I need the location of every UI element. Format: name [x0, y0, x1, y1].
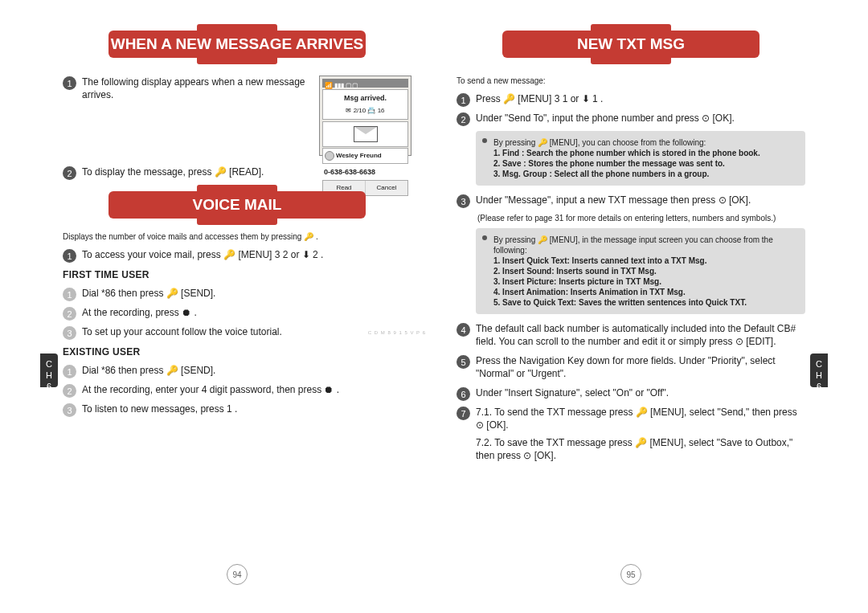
step-text: Dial *86 then press 🔑 [SEND].: [82, 288, 215, 299]
txt-step-6: 6 Under "Insert Signature", select "On" …: [457, 386, 805, 399]
intro-line: To send a new message:: [457, 76, 805, 86]
step-text: Dial *86 then press 🔑 [SEND].: [82, 365, 215, 376]
step-text: At the recording, press ⏺ .: [82, 307, 197, 318]
first-step-2: 2 At the recording, press ⏺ .: [63, 306, 411, 319]
infobox-lead: By pressing 🔑 [MENU], in the message inp…: [493, 235, 797, 255]
manual-spread: C H 6 WHEN A NEW MESSAGE ARRIVES 1 📶 ▮▮▮…: [0, 0, 868, 613]
step-text: To display the message, press 🔑 [READ].: [82, 166, 264, 178]
infobox-item: 4. Insert Animation: Inserts Animation i…: [493, 287, 797, 297]
phone-statusbar: 📶 ▮▮▮ ▢▢: [322, 79, 408, 88]
step-number-5: 5: [457, 355, 470, 369]
step-text-b: 7.2. To save the TXT message press 🔑 [ME…: [476, 437, 792, 461]
substep-number-2: 2: [63, 307, 76, 321]
phone-screen-illustration: 📶 ▮▮▮ ▢▢ Msg arrived. ✉ 2/10 📇 16 Wesley…: [319, 76, 411, 156]
step-text: Under "Insert Signature", select "On" or…: [476, 387, 669, 398]
txt-step-1: 1 Press 🔑 [MENU] 3 1 or ⬇ 1 .: [457, 92, 805, 105]
step-text: 7.1. To send the TXT message press 🔑 [ME…: [476, 407, 797, 431]
step3-note: (Please refer to page 31 for more detail…: [477, 213, 805, 223]
step-text: To access your voice mail, press 🔑 [MENU…: [82, 249, 323, 260]
chapter-label: C H: [40, 358, 58, 381]
section-header-new-txt: NEW TXT MSG: [502, 24, 760, 64]
envelope-icon: [322, 121, 408, 147]
step-text: Press 🔑 [MENU] 3 1 or ⬇ 1 .: [476, 93, 603, 104]
header-title: NEW TXT MSG: [502, 31, 760, 58]
softkey-cancel: Cancel: [366, 181, 407, 195]
step-number-1: 1: [457, 93, 470, 107]
page-right: C H 6 NEW TXT MSG To send a new message:…: [434, 16, 828, 595]
bullet-icon: [482, 235, 487, 240]
step-number-4: 4: [457, 323, 470, 337]
infobox-item: 2. Save : Stores the phone number the me…: [493, 158, 797, 169]
info-box-message-menu: By pressing 🔑 [MENU], in the message inp…: [476, 228, 805, 314]
vm-step-1: 1 To access your voice mail, press 🔑 [ME…: [63, 248, 411, 261]
two-page-spread: C H 6 WHEN A NEW MESSAGE ARRIVES 1 📶 ▮▮▮…: [40, 16, 828, 595]
infobox-item: 2. Insert Sound: Inserts sound in TXT Ms…: [493, 266, 797, 276]
page-number-left: 94: [227, 564, 248, 585]
exist-step-3: 3 To listen to new messages, press 1 .: [63, 403, 411, 415]
step-number-2: 2: [457, 112, 470, 126]
first-step-1: 1 Dial *86 then press 🔑 [SEND].: [63, 287, 411, 300]
infobox-item: 1. Insert Quick Text: Inserts canned tex…: [493, 255, 797, 266]
voicemail-intro: Displays the number of voice mails and a…: [63, 231, 411, 242]
exist-step-1: 1 Dial *86 then press 🔑 [SEND].: [63, 364, 411, 377]
step-text: The following display appears when a new…: [82, 76, 305, 100]
step-number-3: 3: [457, 194, 470, 208]
step-text: The default call back number is automati…: [476, 323, 796, 347]
header-title: WHEN A NEW MESSAGE ARRIVES: [108, 31, 366, 58]
info-box-sendto-menu: By pressing 🔑 [MENU], you can choose fro…: [476, 131, 805, 186]
page-number-right: 95: [620, 564, 641, 585]
phone-msg-counts: ✉ 2/10 📇 16: [325, 104, 406, 117]
substep-number-3: 3: [63, 326, 76, 340]
step-number-7: 7: [457, 407, 470, 420]
txt-step-4: 4 The default call back number is automa…: [457, 322, 805, 348]
header-title: VOICE MAIL: [108, 191, 366, 219]
chapter-tab-right: C H 6: [810, 353, 828, 387]
step-2: 2 To display the message, press 🔑 [READ]…: [63, 166, 411, 178]
step-text: Under "Message", input a new TXT message…: [476, 194, 751, 206]
substep-number-1: 1: [63, 365, 76, 378]
infobox-item: 3. Msg. Group : Select all the phone num…: [493, 169, 797, 179]
step-1: 1 📶 ▮▮▮ ▢▢ Msg arrived. ✉ 2/10 📇 16 Wesl…: [63, 76, 411, 159]
step-text: Press the Navigation Key down for more f…: [476, 355, 776, 379]
section-header-voicemail: VOICE MAIL: [108, 185, 366, 225]
subheading-existing: EXISTING USER: [63, 346, 411, 358]
infobox-lead: By pressing 🔑 [MENU], you can choose fro…: [493, 137, 797, 148]
step-text: To listen to new messages, press 1 .: [82, 403, 237, 415]
infobox-item: 5. Save to Quick Text: Saves the written…: [493, 297, 797, 308]
substep-number-2: 2: [63, 384, 76, 398]
exist-step-2: 2 At the recording, enter your 4 digit p…: [63, 383, 411, 396]
infobox-item: 1. Find : Search the phone number which …: [493, 148, 797, 158]
step-number-2: 2: [63, 166, 76, 180]
step-number-1: 1: [63, 76, 76, 90]
step-number-6: 6: [457, 387, 470, 401]
txt-step-5: 5 Press the Navigation Key down for more…: [457, 354, 805, 380]
chapter-number: 6: [40, 381, 58, 392]
step-number-1: 1: [63, 249, 76, 263]
bullet-icon: [482, 138, 487, 143]
txt-step-2: 2 Under "Send To", input the phone numbe…: [457, 112, 805, 125]
txt-step-3: 3 Under "Message", input a new TXT messa…: [457, 194, 805, 206]
substep-number-1: 1: [63, 288, 76, 301]
substep-number-3: 3: [63, 403, 76, 417]
step-text: To set up your account follow the voice …: [82, 326, 282, 337]
phone-msg-title: Msg arrived.: [325, 92, 406, 104]
step-text: Under "Send To", input the phone number …: [476, 112, 735, 124]
subheading-first-time: FIRST TIME USER: [63, 269, 411, 280]
side-model-code: C D M 8 9 1 5 V P 6: [368, 329, 426, 336]
txt-step-7: 7 7.1. To send the TXT message press 🔑 […: [457, 406, 805, 462]
section-header-new-message: WHEN A NEW MESSAGE ARRIVES: [108, 24, 366, 64]
chapter-number: 6: [810, 381, 828, 392]
phone-from-line: Wesley Freund: [322, 148, 408, 164]
first-step-3: 3 To set up your account follow the voic…: [63, 325, 411, 338]
step-text: At the recording, enter your 4 digit pas…: [82, 384, 339, 395]
infobox-item: 3. Insert Picture: Inserts picture in TX…: [493, 276, 797, 287]
chapter-tab-left: C H 6: [40, 353, 58, 387]
page-left: C H 6 WHEN A NEW MESSAGE ARRIVES 1 📶 ▮▮▮…: [40, 16, 434, 595]
chapter-label: C H: [810, 358, 828, 381]
